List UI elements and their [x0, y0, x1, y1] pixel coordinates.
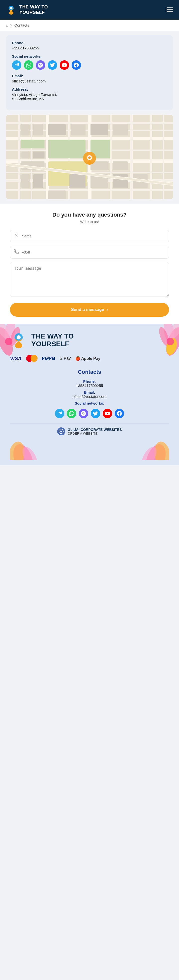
phone-section: Phone: +358417509255: [12, 41, 167, 50]
breadcrumb-separator: >: [10, 23, 13, 27]
svg-rect-37: [48, 191, 66, 199]
youtube-icon[interactable]: [60, 60, 69, 70]
footer-gl-area[interactable]: GL.UA: CORPORATE WEBSITES ORDER A WEBSIT…: [10, 427, 169, 435]
footer-gl-title: GL.UA: CORPORATE WEBSITES: [68, 428, 122, 432]
header-logo: THE WAY TO YOURSELF: [6, 5, 48, 15]
phone-field-wrap: [10, 246, 169, 259]
submit-label: Send a message: [71, 307, 104, 312]
svg-rect-38: [69, 174, 86, 188]
footer-youtube-icon[interactable]: [103, 409, 112, 418]
arrow-icon: ›: [107, 307, 108, 312]
svg-rect-36: [33, 174, 43, 188]
footer-twitter-icon[interactable]: [91, 409, 100, 418]
header: THE WAY TO YOURSELF: [0, 0, 179, 20]
footer: THE WAY TO YOURSELF VISA PayPal G Pay 🍎 …: [0, 324, 179, 465]
svg-rect-30: [33, 151, 45, 158]
email-section: Email: office@vestatur.com: [12, 74, 167, 83]
svg-rect-18: [150, 115, 152, 199]
phone-icon: [14, 249, 19, 255]
address-value: Vinnytsia, village Zarvantsi, St. Archit…: [12, 92, 167, 101]
svg-rect-27: [21, 140, 45, 148]
contact-card: Phone: +358417509255 Social networks:: [6, 35, 173, 110]
contact-form-section: Do you have any questions? Write to us! …: [0, 204, 179, 324]
home-icon[interactable]: ⌂: [6, 23, 8, 27]
twitter-icon[interactable]: [48, 60, 57, 70]
footer-bottom-decoration: [10, 440, 169, 460]
phone-value: +358417509255: [12, 46, 167, 50]
footer-divider: [10, 423, 169, 423]
payment-methods: VISA PayPal G Pay 🍎 Apple Pay: [10, 355, 169, 362]
svg-point-1: [10, 7, 13, 10]
svg-rect-23: [70, 124, 86, 135]
social-label: Social networks:: [12, 54, 167, 58]
footer-email-label: Email:: [10, 390, 169, 395]
footer-email-value: office@vestatur.com: [10, 395, 169, 399]
whatsapp-icon[interactable]: [24, 60, 33, 70]
footer-logo-area: THE WAY TO YOURSELF: [10, 332, 169, 349]
svg-rect-26: [48, 140, 86, 158]
svg-rect-33: [113, 161, 128, 170]
svg-point-60: [17, 335, 21, 339]
email-label: Email:: [12, 74, 167, 78]
footer-phone-label: Phone:: [10, 379, 169, 383]
email-value: office@vestatur.com: [12, 79, 167, 83]
applepay-payment: 🍎 Apple Pay: [75, 356, 101, 361]
gl-icon: [57, 427, 65, 435]
svg-rect-16: [110, 115, 112, 199]
breadcrumb: ⌂ > Contacts: [0, 20, 179, 31]
facebook-icon[interactable]: [72, 60, 81, 70]
logo-icon: [6, 5, 16, 15]
svg-rect-17: [130, 115, 133, 199]
svg-rect-20: [21, 124, 30, 135]
footer-social-icons: [10, 409, 169, 418]
footer-facebook-icon[interactable]: [115, 409, 124, 418]
footer-phone-value: +358417509255: [10, 383, 169, 388]
footer-social-label-item: Social networks:: [10, 401, 169, 405]
social-icons-list: [12, 60, 167, 70]
svg-rect-24: [91, 124, 108, 135]
name-field-wrap: [10, 230, 169, 242]
name-input[interactable]: [10, 230, 169, 242]
footer-gl-subtitle: ORDER A WEBSITE: [68, 432, 97, 435]
svg-rect-25: [113, 124, 128, 135]
svg-rect-22: [48, 124, 66, 135]
svg-point-47: [16, 234, 18, 236]
footer-gl-text: GL.UA: CORPORATE WEBSITES ORDER A WEBSIT…: [68, 428, 122, 435]
message-textarea[interactable]: [10, 262, 169, 297]
social-section: Social networks:: [12, 54, 167, 70]
address-label: Address:: [12, 87, 167, 91]
telegram-icon[interactable]: [12, 60, 21, 70]
form-title: Do you have any questions?: [10, 212, 169, 218]
person-icon: [14, 233, 19, 239]
svg-rect-35: [21, 174, 30, 188]
breadcrumb-current: Contacts: [14, 23, 29, 27]
footer-telegram-icon[interactable]: [55, 409, 64, 418]
hamburger-menu-icon[interactable]: [166, 8, 173, 12]
footer-logo-text: THE WAY TO YOURSELF: [31, 332, 74, 348]
paypal-payment: PayPal: [42, 356, 55, 361]
bottom-flowers-svg: [10, 440, 169, 460]
phone-label: Phone:: [12, 41, 167, 45]
svg-point-62: [61, 431, 62, 432]
svg-rect-29: [21, 151, 30, 158]
address-section: Address: Vinnytsia, village Zarvantsi, S…: [12, 87, 167, 101]
gpay-payment: G Pay: [59, 356, 70, 361]
footer-viber-icon[interactable]: [79, 409, 88, 418]
footer-email-item: Email: office@vestatur.com: [10, 390, 169, 399]
form-subtitle: Write to us!: [10, 220, 169, 224]
svg-rect-21: [33, 124, 43, 135]
svg-rect-12: [31, 115, 32, 199]
footer-whatsapp-icon[interactable]: [67, 409, 76, 418]
map-pin: [83, 151, 96, 166]
footer-logo-icon: [10, 332, 27, 349]
footer-phone-item: Phone: +358417509255: [10, 379, 169, 388]
phone-input[interactable]: [10, 246, 169, 259]
header-logo-text: THE WAY TO YOURSELF: [19, 5, 48, 15]
svg-rect-19: [163, 115, 164, 199]
svg-point-46: [88, 156, 91, 159]
viber-icon[interactable]: [36, 60, 45, 70]
footer-social-label: Social networks:: [10, 401, 169, 405]
footer-contacts-title: Contacts: [10, 369, 169, 375]
svg-rect-11: [18, 115, 21, 199]
send-message-button[interactable]: Send a message ›: [10, 303, 169, 317]
